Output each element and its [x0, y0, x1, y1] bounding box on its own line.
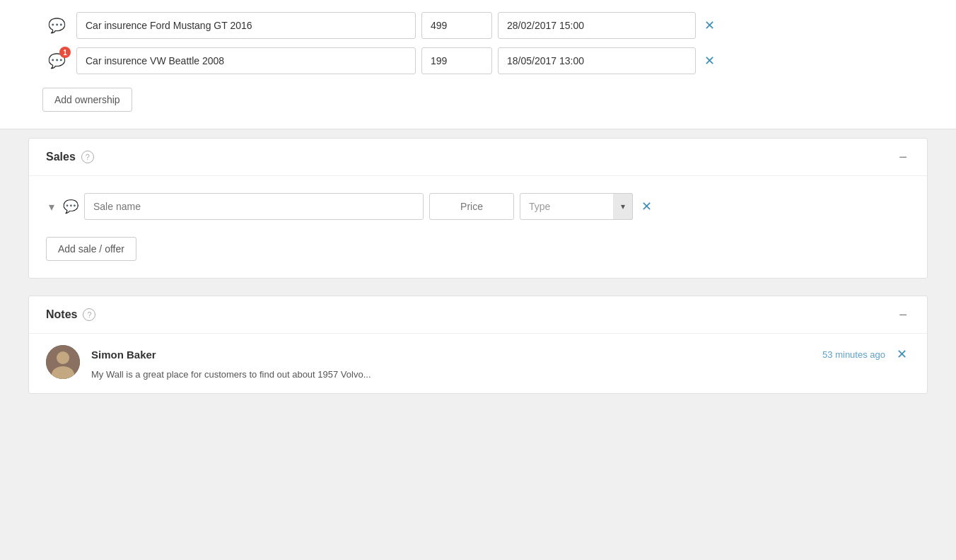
comment-icon-wrapper-2: 💬 1	[42, 47, 71, 75]
ownership-price-field-2[interactable]	[421, 47, 492, 74]
add-sale-button[interactable]: Add sale / offer	[46, 237, 136, 261]
note-author-simon: Simon Baker	[91, 349, 156, 361]
ownership-name-field-2[interactable]	[76, 47, 416, 74]
add-ownership-button[interactable]: Add ownership	[42, 88, 132, 112]
sale-row-1: ▾ 💬 Type ▾ ✕	[46, 193, 910, 220]
avatar-simon	[46, 345, 80, 379]
remove-sale-button[interactable]: ✕	[639, 197, 655, 216]
gap-1	[0, 279, 956, 287]
remove-note-button[interactable]: ✕	[894, 345, 910, 363]
notes-header: Notes ? −	[29, 296, 927, 334]
comment-icon-wrapper-1: 💬	[42, 11, 71, 40]
sale-chevron-button[interactable]: ▾	[46, 197, 57, 216]
ownership-name-field-1[interactable]	[76, 12, 416, 39]
sales-body: ▾ 💬 Type ▾ ✕ Add sale / offer	[29, 176, 927, 278]
ownership-date-field-1[interactable]	[498, 12, 696, 39]
sales-title-row: Sales ?	[46, 151, 94, 163]
ownership-date-field-2[interactable]	[498, 47, 696, 74]
ownership-row-1: 💬 ✕	[42, 11, 914, 40]
notes-title-row: Notes ?	[46, 308, 95, 321]
type-dropdown-arrow-button[interactable]: ▾	[613, 193, 633, 220]
sale-price-input[interactable]	[429, 193, 514, 220]
note-meta-simon: 53 minutes ago ✕	[822, 345, 910, 363]
note-header-simon: Simon Baker 53 minutes ago ✕	[91, 345, 910, 363]
comment-badge-2: 1	[59, 47, 71, 58]
note-text-simon: My Wall is a great place for customers t…	[91, 368, 910, 382]
sale-comment-icon: 💬	[63, 199, 78, 214]
type-dropdown-wrapper: Type ▾	[520, 193, 633, 220]
notes-collapse-button[interactable]: −	[896, 308, 910, 322]
note-row-1: Simon Baker 53 minutes ago ✕ My Wall is …	[29, 334, 927, 393]
sales-title: Sales	[46, 151, 76, 163]
section-divider-1	[0, 129, 956, 138]
ownership-price-field-1[interactable]	[421, 12, 492, 39]
remove-ownership-2-button[interactable]: ✕	[701, 52, 718, 70]
svg-point-1	[57, 351, 69, 364]
ownership-row-2: 💬 1 ✕	[42, 47, 914, 75]
sales-collapse-button[interactable]: −	[896, 150, 910, 164]
page-wrapper: 💬 ✕ 💬 1 ✕ Add ownership Sales ?	[0, 0, 956, 560]
avatar-image-simon	[46, 345, 80, 379]
note-time-simon: 53 minutes ago	[822, 349, 885, 360]
sales-header: Sales ? −	[29, 139, 927, 176]
sales-section: Sales ? − ▾ 💬 Type ▾ ✕ Add sa	[28, 138, 928, 279]
notes-help-icon[interactable]: ?	[83, 308, 95, 321]
sale-name-input[interactable]	[84, 193, 424, 220]
notes-title: Notes	[46, 308, 77, 321]
ownership-section: 💬 ✕ 💬 1 ✕ Add ownership	[0, 0, 956, 129]
sales-help-icon[interactable]: ?	[81, 151, 94, 163]
remove-ownership-1-button[interactable]: ✕	[701, 16, 718, 35]
notes-section: Notes ? − Simon Baker	[28, 296, 928, 394]
note-content-simon: Simon Baker 53 minutes ago ✕ My Wall is …	[91, 345, 910, 382]
comment-icon-1: 💬	[48, 17, 66, 34]
